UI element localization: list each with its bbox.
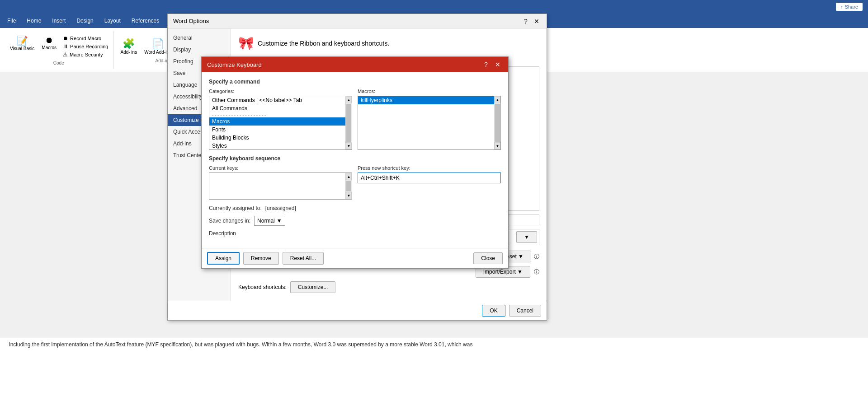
nav-item-display[interactable]: Display: [168, 44, 231, 56]
content-title: Customize the Ribbon and keyboard shortc…: [258, 40, 389, 47]
pause-recording-button[interactable]: ⏸ Pause Recording: [61, 42, 110, 51]
macros-listbox[interactable]: killHyerplinks: [358, 96, 494, 149]
add-ins-icon: 🧩: [123, 39, 135, 49]
macros-button[interactable]: ⏺ Macros: [39, 34, 59, 59]
category-building-blocks[interactable]: Building Blocks: [209, 134, 345, 142]
new-shortcut-group: Press new shortcut key:: [358, 165, 501, 183]
tab-insert[interactable]: Insert: [47, 14, 71, 28]
currently-assigned-label: Currently assigned to:: [209, 205, 262, 211]
save-changes-dropdown-icon: ▼: [277, 218, 282, 224]
kbd-help-button[interactable]: ?: [481, 60, 491, 70]
kbd-title-controls: ? ✕: [481, 60, 503, 70]
share-icon: ↑: [840, 4, 843, 9]
kbd-command-columns: Categories: Other Commands | <<No label>…: [209, 89, 501, 150]
save-changes-label: Save changes in:: [209, 218, 250, 224]
description-section: Description: [209, 230, 501, 237]
categories-listbox[interactable]: Other Commands | <<No label>> Tab All Co…: [209, 96, 345, 149]
current-keys-area[interactable]: [209, 173, 345, 199]
share-button[interactable]: ↑ Share: [836, 3, 863, 11]
macros-scrollbar[interactable]: ▲ ▼: [494, 96, 500, 149]
top-bar: ↑ Share: [0, 0, 868, 14]
tab-references[interactable]: References: [126, 14, 165, 28]
description-label: Description: [209, 230, 501, 237]
keys-row: Current keys: ▲ ▼ Press new shortcut key…: [209, 165, 501, 200]
keyboard-shortcuts-row: Keyboard shortcuts: Customize...: [238, 281, 539, 293]
word-options-title: Word Options: [173, 18, 209, 24]
customize-keyboard-button[interactable]: Customize...: [290, 281, 336, 293]
word-options-help-button[interactable]: ?: [521, 17, 530, 26]
save-changes-select[interactable]: Normal ▼: [254, 216, 285, 226]
macros-scroll-down[interactable]: ▼: [495, 142, 500, 149]
category-all-commands[interactable]: All Commands: [209, 104, 345, 112]
reset-all-button[interactable]: Reset All...: [283, 252, 324, 265]
kbd-close-footer-button[interactable]: Close: [473, 252, 503, 264]
pause-icon: ⏸: [63, 43, 68, 50]
specify-command-label: Specify a command: [209, 79, 501, 85]
kbd-footer: Assign Remove Reset All... Close: [202, 248, 508, 268]
remove-button[interactable]: Remove: [243, 252, 279, 265]
macro-security-button[interactable]: ⚠ Macro Security: [61, 51, 110, 59]
record-icon: ⏺: [63, 35, 68, 42]
nav-item-general[interactable]: General: [168, 32, 231, 44]
ribbon-group-code: 📝 Visual Basic ⏺ Macros ⏺ Record Macro: [4, 31, 114, 69]
reset-help-icon: ⓘ: [534, 253, 539, 261]
record-macro-label: Record Macro: [70, 36, 101, 41]
current-keys-scroll-down[interactable]: ▼: [346, 192, 352, 199]
add-ins-button[interactable]: 🧩 Add- ins: [118, 37, 140, 56]
tab-layout[interactable]: Layout: [99, 14, 126, 28]
visual-basic-icon: 📝: [17, 36, 28, 45]
content-header: 🎀 Customize the Ribbon and keyboard shor…: [238, 36, 539, 51]
categories-listbox-wrapper: Other Commands | <<No label>> Tab All Co…: [209, 96, 352, 150]
pause-recording-label: Pause Recording: [70, 44, 108, 49]
save-changes-value: Normal: [257, 218, 275, 224]
doc-text: including the first implementation of th…: [9, 341, 859, 348]
code-group-label: Code: [53, 61, 64, 65]
macros-icon: ⏺: [45, 36, 53, 44]
current-keys-group: Current keys: ▲ ▼: [209, 165, 352, 200]
assign-button[interactable]: Assign: [207, 252, 240, 265]
scroll-up-arrow[interactable]: ▲: [346, 96, 352, 103]
ribbon-icon: 🎀: [238, 36, 254, 51]
macros-label: Macros: [42, 45, 57, 50]
assigned-row: Currently assigned to: [unassigned]: [209, 205, 501, 211]
macros-scroll-up[interactable]: ▲: [495, 96, 500, 103]
tab-file[interactable]: File: [2, 14, 21, 28]
scroll-down-arrow[interactable]: ▼: [346, 142, 352, 149]
kbd-close-button[interactable]: ✕: [493, 60, 503, 70]
add-ins-label: Add- ins: [120, 50, 137, 55]
current-keys-wrapper: ▲ ▼: [209, 172, 352, 200]
kbd-title: Customize Keyboard: [207, 61, 262, 68]
current-keys-scrollbar[interactable]: ▲ ▼: [345, 173, 352, 199]
scroll-thumb: [346, 104, 351, 142]
category-styles[interactable]: Styles: [209, 142, 345, 149]
visual-basic-label: Visual Basic: [10, 46, 34, 51]
ok-button[interactable]: OK: [482, 305, 505, 317]
cancel-button[interactable]: Cancel: [509, 305, 541, 317]
tab-home[interactable]: Home: [21, 14, 47, 28]
keyboard-sequence-section: Specify keyboard sequence Current keys: …: [209, 155, 501, 200]
import-export-help-icon: ⓘ: [534, 268, 539, 276]
shortcut-input[interactable]: [358, 172, 501, 183]
tab-design[interactable]: Design: [71, 14, 99, 28]
security-icon: ⚠: [63, 51, 68, 58]
category-other-commands[interactable]: Other Commands | <<No label>> Tab: [209, 96, 345, 104]
current-keys-scroll-thumb: [346, 181, 351, 191]
category-fonts[interactable]: Fonts: [209, 126, 345, 134]
current-keys-label: Current keys:: [209, 165, 352, 171]
macro-item-kill-hyperlinks[interactable]: killHyerplinks: [358, 96, 494, 104]
save-changes-row: Save changes in: Normal ▼: [209, 216, 501, 226]
macros-list-label: Macros:: [358, 89, 501, 94]
categories-scrollbar[interactable]: ▲ ▼: [345, 96, 352, 149]
current-keys-scroll-up[interactable]: ▲: [346, 173, 352, 180]
categories-label: Categories:: [209, 89, 352, 94]
word-options-close-button[interactable]: ✕: [532, 17, 541, 26]
categories-col: Categories: Other Commands | <<No label>…: [209, 89, 352, 150]
customize-keyboard-dialog: Customize Keyboard ? ✕ Specify a command…: [201, 56, 509, 269]
macro-security-label: Macro Security: [70, 52, 103, 57]
keyboard-shortcuts-label: Keyboard shortcuts:: [238, 284, 287, 290]
category-macros[interactable]: Macros: [209, 117, 345, 126]
visual-basic-button[interactable]: 📝 Visual Basic: [7, 34, 37, 59]
record-macro-button[interactable]: ⏺ Record Macro: [61, 34, 110, 42]
insert-text-box-dropdown[interactable]: ▼: [516, 231, 537, 243]
macros-listbox-wrapper: killHyerplinks ▲ ▼: [358, 96, 501, 150]
